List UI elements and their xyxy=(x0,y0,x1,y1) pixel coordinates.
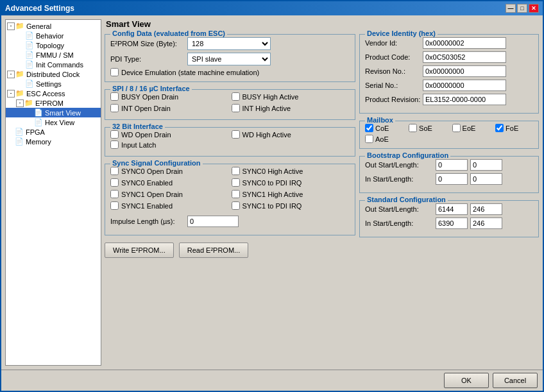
tree-label-topology: Topology xyxy=(36,42,64,49)
busy-high-active-checkbox[interactable] xyxy=(232,92,240,101)
product-revision-row: Product Revision: xyxy=(365,94,533,105)
tree-item-fmmu[interactable]: 📄 FMMU / SM xyxy=(6,50,101,60)
sync1-pdi-irq-checkbox[interactable] xyxy=(232,201,240,210)
tree-item-init-commands[interactable]: 📄 Init Commands xyxy=(6,60,101,69)
tree-item-e2prom[interactable]: - 📁 E²PROM xyxy=(6,98,101,108)
busy-open-drain-label: BUSY Open Drain xyxy=(121,93,178,101)
tree-item-esc-access[interactable]: - 📁 ESC Access xyxy=(6,89,101,98)
expander-general[interactable]: - xyxy=(7,22,15,30)
impulse-length-input[interactable] xyxy=(187,216,239,227)
revision-no-input[interactable] xyxy=(423,65,506,77)
tree-item-topology[interactable]: 📄 Topology xyxy=(6,40,101,50)
sync0-pdi-irq-checkbox[interactable] xyxy=(232,178,240,187)
bit32-interface-group: 32 Bit Interface WD Open Drain WD High A… xyxy=(105,127,355,157)
eoe-check: EoE xyxy=(452,124,491,132)
coe-label: CoE xyxy=(375,124,389,132)
expander-esc[interactable]: - xyxy=(7,90,15,98)
right-panel: Smart View Config Data (evaluated from E… xyxy=(105,19,539,366)
standard-out-label: Out Start/Length: xyxy=(365,205,436,213)
bootstrap-in-start-input[interactable] xyxy=(436,173,468,185)
wd-open-drain-label: WD Open Drain xyxy=(121,131,171,139)
tree-item-memory[interactable]: 📄 Memory xyxy=(6,137,101,146)
window-title: Advanced Settings xyxy=(5,4,74,13)
bootstrap-out-start-input[interactable] xyxy=(436,159,468,171)
vendor-id-label: Vendor Id: xyxy=(365,39,423,47)
sync1-enabled-checkbox[interactable] xyxy=(110,201,119,210)
device-identity-group: Device Identity (hex) Vendor Id: Product… xyxy=(359,34,539,114)
tree-item-smart-view[interactable]: 📄 Smart View xyxy=(6,108,101,117)
sync0-enabled-checkbox[interactable] xyxy=(110,178,119,187)
sync0-pdi-irq-label: SYNC0 to PDI IRQ xyxy=(242,179,302,187)
bit32-label: 32 Bit Interface xyxy=(110,123,165,130)
sync0-high-active-row: SYNC0 High Active xyxy=(232,167,350,175)
sync0-high-active-label: SYNC0 High Active xyxy=(242,167,303,175)
tree-label-fmmu: FMMU / SM xyxy=(36,51,74,59)
tree-label-fpga: FPGA xyxy=(26,128,45,136)
wd-high-active-checkbox[interactable] xyxy=(232,130,240,139)
pdi-type-select[interactable]: SPI slave Digital I/O xyxy=(187,53,271,65)
wd-open-drain-checkbox[interactable] xyxy=(110,130,119,139)
sync0-open-drain-checkbox[interactable] xyxy=(110,167,119,175)
mailbox-group: Mailbox CoE SoE xyxy=(359,121,539,149)
sync1-enabled-label: SYNC1 Enabled xyxy=(121,202,173,210)
int-high-active-checkbox[interactable] xyxy=(232,104,240,112)
tree-label-init-commands: Init Commands xyxy=(36,61,83,69)
bootstrap-out-length-input[interactable] xyxy=(470,159,502,171)
bootstrap-in-length-input[interactable] xyxy=(470,173,502,185)
mailbox-label: Mailbox xyxy=(365,116,395,124)
bottom-buttons: Write E²PROM... Read E²PROM... xyxy=(105,239,355,262)
tree-item-general[interactable]: - 📁 General xyxy=(6,21,101,31)
aoe-checkbox[interactable] xyxy=(365,135,373,143)
ok-button[interactable]: OK xyxy=(444,373,489,388)
expander-e2prom[interactable]: - xyxy=(16,99,24,107)
busy-open-drain-checkbox[interactable] xyxy=(110,92,119,101)
coe-checkbox[interactable] xyxy=(365,124,373,132)
foe-checkbox[interactable] xyxy=(495,124,504,132)
eoe-checkbox[interactable] xyxy=(452,124,461,132)
maximize-button[interactable]: □ xyxy=(517,4,527,13)
dialog-bottom: OK Cancel xyxy=(1,370,543,391)
standard-out-start-input[interactable] xyxy=(436,203,468,215)
mailbox-checks-row1: CoE SoE EoE xyxy=(365,124,533,132)
sync0-pdi-irq-row: SYNC0 to PDI IRQ xyxy=(232,178,350,187)
title-bar-buttons: — □ ✕ xyxy=(506,4,539,13)
serial-no-input[interactable] xyxy=(423,80,506,91)
tree-item-settings[interactable]: 📄 Settings xyxy=(6,79,101,89)
sync1-open-drain-label: SYNC1 Open Drain xyxy=(121,191,183,198)
device-emulation-checkbox[interactable] xyxy=(110,68,119,76)
bootstrap-out-fields xyxy=(436,159,502,171)
write-e2prom-button[interactable]: Write E²PROM... xyxy=(105,243,174,258)
tree-item-behavior[interactable]: 📄 Behavior xyxy=(6,31,101,40)
tree-item-distributed-clock[interactable]: - 📁 Distributed Clock xyxy=(6,69,101,79)
close-button[interactable]: ✕ xyxy=(529,4,539,13)
input-latch-checkbox[interactable] xyxy=(110,141,119,149)
e2prom-size-select[interactable]: 128 256 512 1024 xyxy=(187,37,271,50)
e2prom-size-label: E²PROM Size (Byte): xyxy=(110,40,187,47)
standard-in-start-input[interactable] xyxy=(436,217,468,229)
cancel-button[interactable]: Cancel xyxy=(493,373,538,388)
sync0-open-drain-row: SYNC0 Open Drain xyxy=(110,167,229,175)
foe-check: FoE xyxy=(495,124,533,132)
minimize-button[interactable]: — xyxy=(506,4,516,13)
int-open-drain-checkbox[interactable] xyxy=(110,104,119,112)
sync0-high-active-checkbox[interactable] xyxy=(232,167,240,175)
read-e2prom-button[interactable]: Read E²PROM... xyxy=(179,243,249,258)
sync1-open-drain-row: SYNC1 Open Drain xyxy=(110,190,229,198)
standard-in-length-input[interactable] xyxy=(470,217,502,229)
device-identity-label: Device Identity (hex) xyxy=(365,30,438,37)
product-revision-input[interactable] xyxy=(423,94,506,105)
vendor-id-row: Vendor Id: xyxy=(365,37,533,49)
tree-label-e2prom: E²PROM xyxy=(35,99,64,107)
spi-checkboxes: BUSY Open Drain BUSY High Active INT Ope… xyxy=(110,92,350,114)
sync1-open-drain-checkbox[interactable] xyxy=(110,190,119,198)
expander-dc[interactable]: - xyxy=(7,71,15,78)
soe-checkbox[interactable] xyxy=(409,124,417,132)
input-latch-row: Input Latch xyxy=(110,141,350,149)
tree-item-fpga[interactable]: 📄 FPGA xyxy=(6,127,101,137)
sync1-high-active-checkbox[interactable] xyxy=(232,190,240,198)
product-code-input[interactable] xyxy=(423,51,506,63)
tree-item-hex-view[interactable]: 📄 Hex View xyxy=(6,117,101,127)
product-code-row: Product Code: xyxy=(365,51,533,63)
vendor-id-input[interactable] xyxy=(423,37,506,49)
standard-out-length-input[interactable] xyxy=(470,203,502,215)
